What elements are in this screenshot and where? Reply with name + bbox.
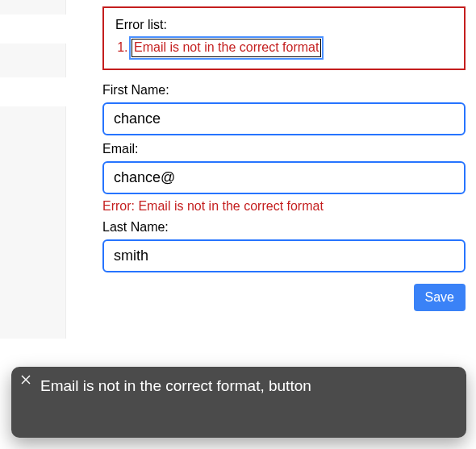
error-summary-heading: Error list: <box>115 18 453 32</box>
error-summary-item: Email is not in the correct format <box>132 39 453 57</box>
actions-row: Save <box>102 284 466 311</box>
screen-reader-toast-text: Email is not in the correct format, butt… <box>40 376 453 397</box>
email-label: Email: <box>102 142 466 156</box>
screen-reader-toast: Email is not in the correct format, butt… <box>11 367 466 438</box>
field-group-first-name: First Name: <box>102 83 466 135</box>
field-group-email: Email: Error: Email is not in the correc… <box>102 142 466 214</box>
save-button[interactable]: Save <box>414 284 466 311</box>
last-name-label: Last Name: <box>102 220 466 235</box>
field-group-last-name: Last Name: <box>102 220 466 272</box>
error-summary-link[interactable]: Email is not in the correct format <box>132 39 321 57</box>
sidebar-ghost-item <box>0 77 66 106</box>
error-summary-list: Email is not in the correct format <box>115 39 453 57</box>
first-name-input[interactable] <box>102 102 466 135</box>
sidebar-sliver <box>0 0 66 339</box>
form-content: Error list: Email is not in the correct … <box>102 6 466 311</box>
first-name-label: First Name: <box>102 83 466 98</box>
sidebar-ghost-item <box>0 15 66 44</box>
email-input[interactable] <box>102 161 466 194</box>
error-summary-box: Error list: Email is not in the correct … <box>102 6 466 70</box>
email-inline-error: Error: Email is not in the correct forma… <box>102 199 466 214</box>
close-icon[interactable] <box>21 375 32 386</box>
last-name-input[interactable] <box>102 239 466 272</box>
